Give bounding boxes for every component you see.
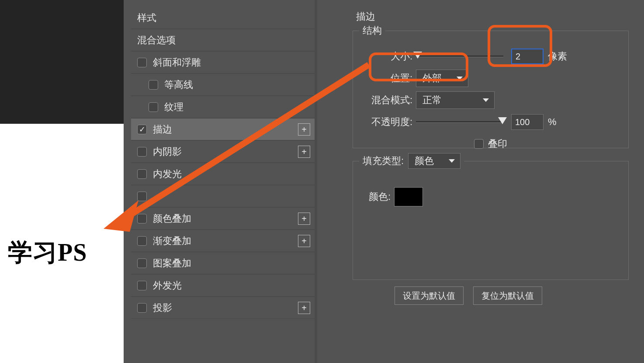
color-overlay-checkbox[interactable] bbox=[137, 214, 147, 223]
color-overlay-label: 颜色叠加 bbox=[153, 207, 298, 230]
position-value: 外部 bbox=[422, 72, 442, 85]
fill-legend: 填充类型: 颜色 bbox=[359, 153, 464, 169]
contour-row[interactable]: 等高线 bbox=[131, 73, 315, 96]
bevel-checkbox[interactable] bbox=[137, 58, 147, 67]
size-input[interactable] bbox=[511, 49, 544, 64]
stroke-settings-panel: 描边 结构 大小: 像素 位置: 外部 混合模式: 正常 不透 bbox=[346, 7, 635, 356]
blend-mode-select[interactable]: 正常 bbox=[416, 91, 495, 109]
drop-shadow-row[interactable]: 投影 + bbox=[131, 297, 315, 319]
overprint-checkbox[interactable] bbox=[474, 139, 484, 149]
panel-divider bbox=[315, 0, 317, 363]
overprint-label: 叠印 bbox=[488, 137, 507, 150]
opacity-unit: % bbox=[548, 116, 557, 128]
blend-mode-value: 正常 bbox=[422, 94, 442, 107]
size-slider[interactable] bbox=[416, 56, 503, 57]
chevron-down-icon bbox=[457, 77, 463, 80]
buttons-row: 设置为默认值 复位为默认值 bbox=[395, 286, 542, 305]
color-row: 颜色: bbox=[359, 186, 622, 207]
inner-shadow-row[interactable]: 内阴影 + bbox=[131, 140, 315, 163]
opacity-label: 不透明度: bbox=[359, 115, 416, 129]
gradient-overlay-label: 渐变叠加 bbox=[153, 230, 298, 252]
inner-glow-checkbox[interactable] bbox=[137, 169, 147, 179]
position-label: 位置: bbox=[359, 72, 416, 85]
set-default-button[interactable]: 设置为默认值 bbox=[395, 286, 464, 305]
add-color-overlay-icon[interactable]: + bbox=[298, 213, 310, 225]
contour-checkbox[interactable] bbox=[149, 80, 158, 90]
outer-glow-checkbox[interactable] bbox=[137, 281, 147, 290]
fill-group: 填充类型: 颜色 颜色: bbox=[353, 153, 629, 280]
satin-checkbox[interactable] bbox=[137, 192, 147, 201]
drop-shadow-checkbox[interactable] bbox=[137, 303, 147, 313]
pattern-overlay-row[interactable]: 图案叠加 bbox=[131, 252, 315, 274]
chevron-down-icon bbox=[483, 98, 489, 102]
outer-glow-row[interactable]: 外发光 bbox=[131, 274, 315, 297]
blending-options-label: 混合选项 bbox=[137, 29, 315, 51]
opacity-slider-thumb-icon[interactable] bbox=[498, 117, 507, 124]
styles-header[interactable]: 样式 bbox=[131, 7, 315, 29]
texture-checkbox[interactable] bbox=[149, 102, 158, 112]
size-label: 大小: bbox=[359, 50, 416, 63]
inner-glow-row[interactable]: 内发光 bbox=[131, 163, 315, 185]
color-overlay-row[interactable]: 颜色叠加 + bbox=[131, 207, 315, 230]
stroke-title: 描边 bbox=[356, 10, 375, 23]
opacity-slider[interactable] bbox=[416, 121, 503, 123]
inner-shadow-label: 内阴影 bbox=[153, 140, 298, 163]
stroke-checkbox[interactable] bbox=[137, 125, 147, 134]
overprint-row: 叠印 bbox=[359, 133, 622, 154]
position-row: 位置: 外部 bbox=[359, 68, 622, 89]
canvas-preview: 学习PS bbox=[0, 0, 124, 363]
add-inner-shadow-icon[interactable]: + bbox=[298, 146, 310, 158]
stroke-label: 描边 bbox=[153, 118, 298, 140]
texture-row[interactable]: 纹理 bbox=[131, 96, 315, 118]
inner-glow-label: 内发光 bbox=[153, 163, 315, 185]
color-swatch[interactable] bbox=[394, 187, 423, 206]
add-stroke-icon[interactable]: + bbox=[298, 123, 310, 136]
sample-text: 学习PS bbox=[8, 236, 87, 269]
reset-default-button[interactable]: 复位为默认值 bbox=[473, 286, 542, 305]
fill-type-value: 颜色 bbox=[415, 154, 434, 168]
color-label: 颜色: bbox=[359, 190, 394, 203]
structure-legend: 结构 bbox=[359, 24, 385, 37]
size-row: 大小: 像素 bbox=[359, 46, 622, 67]
blending-options-row[interactable]: 混合选项 bbox=[131, 29, 315, 51]
gradient-overlay-checkbox[interactable] bbox=[137, 236, 147, 246]
outer-glow-label: 外发光 bbox=[153, 274, 315, 297]
blend-mode-label: 混合模式: bbox=[359, 94, 416, 107]
opacity-row: 不透明度: % bbox=[359, 112, 622, 133]
contour-label: 等高线 bbox=[164, 73, 315, 96]
pattern-overlay-label: 图案叠加 bbox=[153, 252, 315, 274]
chevron-down-icon bbox=[449, 159, 455, 163]
drop-shadow-label: 投影 bbox=[153, 297, 298, 319]
opacity-input[interactable] bbox=[511, 114, 544, 130]
panel-spacer bbox=[320, 0, 346, 363]
blend-mode-row: 混合模式: 正常 bbox=[359, 90, 622, 111]
bevel-label: 斜面和浮雕 bbox=[153, 51, 315, 73]
add-gradient-overlay-icon[interactable]: + bbox=[298, 235, 310, 247]
size-unit: 像素 bbox=[548, 50, 567, 63]
stroke-row[interactable]: 描边 + bbox=[131, 118, 315, 140]
styles-list-panel: 样式 混合选项 斜面和浮雕 等高线 纹理 描边 + 内阴影 + 内发 bbox=[131, 7, 319, 356]
add-drop-shadow-icon[interactable]: + bbox=[298, 302, 310, 314]
inner-shadow-checkbox[interactable] bbox=[137, 147, 147, 157]
bevel-row[interactable]: 斜面和浮雕 bbox=[131, 51, 315, 73]
styles-header-label: 样式 bbox=[137, 7, 315, 29]
texture-label: 纹理 bbox=[164, 96, 315, 118]
size-slider-thumb-icon[interactable] bbox=[413, 52, 422, 59]
position-select[interactable]: 外部 bbox=[416, 70, 468, 87]
fill-type-label: 填充类型: bbox=[363, 154, 404, 168]
canvas-dark-area bbox=[0, 0, 124, 124]
satin-row[interactable] bbox=[131, 185, 315, 207]
fill-type-select[interactable]: 颜色 bbox=[408, 153, 460, 169]
structure-group: 结构 大小: 像素 位置: 外部 混合模式: 正常 不透明度: bbox=[353, 24, 629, 148]
pattern-overlay-checkbox[interactable] bbox=[137, 258, 147, 268]
gradient-overlay-row[interactable]: 渐变叠加 + bbox=[131, 230, 315, 252]
